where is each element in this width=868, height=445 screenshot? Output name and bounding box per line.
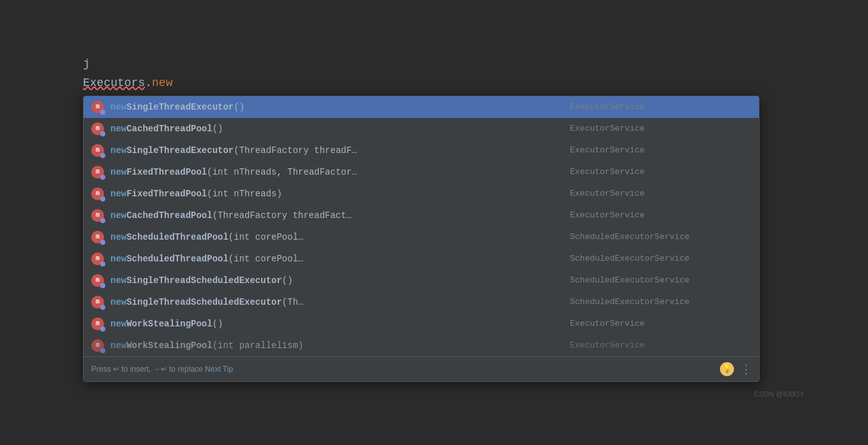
autocomplete-item[interactable]: m newFixedThreadPool(int nThreads, Threa… [84,161,759,183]
method-icon: m [91,231,104,244]
method-icon: m [91,166,104,179]
item-text: newFixedThreadPool(int nThreads, ThreadF… [110,167,557,177]
autocomplete-item[interactable]: m newSingleThreadExecutor(ThreadFactory … [84,140,759,161]
item-text: newFixedThreadPool(int nThreads) [110,189,557,199]
dot: . [145,77,152,89]
method-icon: m [91,122,104,135]
autocomplete-item[interactable]: m newWorkStealingPool() ExecutorService [84,313,759,335]
autocomplete-item[interactable]: m newFixedThreadPool(int nThreads) Execu… [84,183,759,205]
autocomplete-item[interactable]: m newSingleThreadExecutor() ExecutorServ… [84,96,759,118]
autocomplete-item[interactable]: m newSingleThreadScheduledExecutor(Th… S… [84,291,759,313]
method-icon: m [91,317,104,330]
item-return: ExecutorService [570,319,645,328]
method-new: new [152,77,172,89]
item-return: ExecutorService [570,340,645,350]
code-line: j [77,57,791,70]
item-text: newSingleThreadScheduledExecutor(Th… [110,297,557,307]
item-return: ExecutorService [570,167,645,177]
item-text: newWorkStealingPool(int parallelism) [110,340,557,351]
item-return: ScheduledExecutorService [570,232,689,242]
class-name: Executors [83,77,145,89]
item-return: ScheduledExecutorService [570,275,689,285]
autocomplete-list: m newSingleThreadExecutor() ExecutorServ… [84,96,759,356]
item-return: ExecutorService [570,145,645,155]
more-options-icon[interactable]: ⋮ [740,362,751,376]
method-icon: m [91,274,104,287]
item-text: newCachedThreadPool(ThreadFactory thread… [110,210,557,221]
autocomplete-item[interactable]: m newSingleThreadScheduledExecutor() Sch… [84,270,759,291]
item-text: newScheduledThreadPool(int corePool… [110,232,557,242]
method-icon: m [91,101,104,113]
method-icon: m [91,252,104,265]
item-return: ScheduledExecutorService [570,297,689,307]
method-icon: m [91,296,104,309]
item-text: newSingleThreadScheduledExecutor() [110,275,557,286]
item-return: ExecutorService [570,210,645,220]
item-return: ScheduledExecutorService [570,254,689,263]
footer-hint: Press ↵ to insert, →↵ to replace Next Ti… [91,365,233,374]
autocomplete-item[interactable]: m newCachedThreadPool() ExecutorService [84,118,759,140]
item-text: newSingleThreadExecutor(ThreadFactory th… [110,145,557,156]
autocomplete-footer: Press ↵ to insert, →↵ to replace Next Ti… [84,356,759,381]
autocomplete-item[interactable]: m newScheduledThreadPool(int corePool… S… [84,226,759,248]
autocomplete-item[interactable]: m newScheduledThreadPool(int corePool… S… [84,248,759,270]
item-return: ExecutorService [570,102,645,112]
autocomplete-popup: m newSingleThreadExecutor() ExecutorServ… [83,96,760,382]
autocomplete-item[interactable]: m newWorkStealingPool(int parallelism) E… [84,335,759,356]
code-prefix: j [83,57,90,70]
method-icon: m [91,144,104,157]
item-text: newWorkStealingPool() [110,319,557,329]
item-text: newCachedThreadPool() [110,124,557,134]
editor-container: j Executors.new m newSingleThreadExecuto… [51,38,817,407]
method-icon: m [91,187,104,200]
watermark: CSDN @ID0OY [754,390,804,398]
autocomplete-item[interactable]: m newCachedThreadPool(ThreadFactory thre… [84,205,759,226]
item-text: newSingleThreadExecutor() [110,102,557,112]
bulb-icon[interactable]: 💡 [720,362,734,376]
footer-actions: 💡 ⋮ [720,362,751,376]
item-return: ExecutorService [570,189,645,198]
item-text: newScheduledThreadPool(int corePool… [110,254,557,264]
code-line-executors: Executors.new [77,77,791,89]
next-tip-button[interactable]: Next Tip [205,365,233,374]
method-icon: m [91,209,104,222]
hint-text: Press ↵ to insert, →↵ to replace [91,365,205,374]
method-icon: m [91,339,104,352]
item-return: ExecutorService [570,124,645,133]
